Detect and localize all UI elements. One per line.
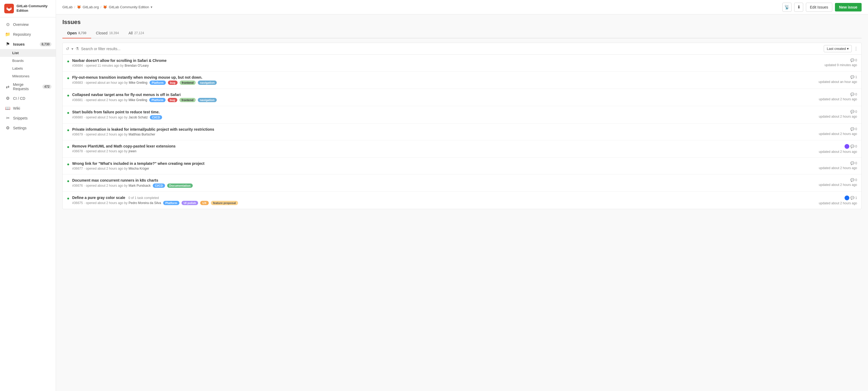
label-platform[interactable]: Platform [163,201,179,205]
label-cicd[interactable]: CI/CD [153,183,165,188]
label-frontend[interactable]: frontend [180,81,196,85]
issue-open-icon: ● [67,93,69,98]
sidebar-sub-item-list[interactable]: List [0,49,56,57]
table-row[interactable]: ● Fly-out-menus transition instantly whe… [63,71,861,89]
issue-title[interactable]: Collapsed navbar target area for fly-out… [72,93,796,97]
edit-issues-button[interactable]: Edit Issues [806,3,832,12]
issue-author[interactable]: Jacob Schatz [128,116,148,119]
topbar-actions: 📡 ⬇ Edit Issues New issue [782,3,862,12]
issue-author[interactable]: Matthias Burtscher [128,132,155,136]
tab-closed[interactable]: Closed 18,394 [91,28,124,38]
sidebar-sub-item-labels[interactable]: Labels [0,64,56,72]
issue-opened: opened about 2 hours ago by [86,116,127,119]
issue-title[interactable]: Start builds from failure point to reduc… [72,110,796,114]
download-button[interactable]: ⬇ [794,3,803,12]
breadcrumb-gitlab[interactable]: GitLab [62,5,72,9]
breadcrumb-dropdown-icon[interactable]: ▾ [151,5,153,9]
filter-bar: ↺ ▾ ⚗ Last created ▾ ⋮ [62,43,862,55]
issue-title[interactable]: Remove PlantUML and Math copy-pasted lex… [72,144,796,148]
comment-icon: 💬 [850,58,855,62]
issue-author[interactable]: Mark Pundsack [128,184,151,187]
more-options-icon[interactable]: ⋮ [854,46,858,51]
label-ux[interactable]: UX [200,201,209,205]
label-feature-proposal[interactable]: feature proposal [211,201,238,205]
tabs: Open 8,730 Closed 18,394 All 27,124 [62,28,862,38]
issue-author[interactable]: Pedro Moreira da Silva [128,201,161,205]
sort-button[interactable]: Last created ▾ [824,45,852,52]
issue-opened: opened about an hour ago by [86,81,128,85]
table-row[interactable]: ● Collapsed navbar target area for fly-o… [63,89,861,106]
table-row[interactable]: ● Private information is leaked for inte… [63,123,861,140]
sidebar-item-label: Issues [13,42,25,47]
sidebar-item-cicd[interactable]: ⚙ CI / CD [0,93,56,103]
comment-icon: 💬 [850,145,855,148]
label-navigation[interactable]: navigation [198,98,217,102]
label-platform[interactable]: Platform [150,81,166,85]
issue-number: #36679 [72,132,83,136]
sidebar-item-label: CI / CD [13,96,25,100]
filter-icon[interactable]: ⚗ [75,47,79,51]
sidebar-item-settings[interactable]: ⚙ Settings [0,123,56,133]
tab-open[interactable]: Open 8,730 [62,28,91,38]
search-input[interactable] [81,47,822,51]
issue-opened: opened about 2 hours ago by [86,132,127,136]
issue-updated: updated 9 minutes ago [825,63,857,67]
comment-icon: 💬 [850,161,855,165]
table-row[interactable]: ● Define a pure gray color scale 0 of 1 … [63,192,861,209]
sidebar-item-repository[interactable]: 📁 Repository [0,29,56,39]
label-cicd[interactable]: CI/CD [150,115,162,119]
issue-author[interactable]: Mike Greiling [128,98,147,102]
issue-title[interactable]: Document max concurrent runners in k8s c… [72,178,796,182]
comment-count: 0 [855,58,857,62]
label-platform[interactable]: Platform [149,98,165,102]
table-row[interactable]: ● Wrong link for "What's included in a t… [63,158,861,174]
label-frontend[interactable]: frontend [179,98,196,102]
issue-title[interactable]: Fly-out-menus transition instantly when … [72,75,796,80]
comment-icon: 💬 [850,110,855,114]
sidebar-sub-item-boards[interactable]: Boards [0,57,56,64]
label-navigation[interactable]: navigation [198,81,217,85]
issue-right: 💬 1 updated about 2 hours ago [799,196,857,205]
merge-requests-icon: ⇄ [5,84,10,89]
sidebar-item-wiki[interactable]: 📖 Wiki [0,103,56,113]
table-row[interactable]: ● Start builds from failure point to red… [63,106,861,123]
issues-badge: 8,730 [40,42,52,47]
breadcrumb-gitlabdotorg[interactable]: GitLab.org [83,5,99,9]
snippets-icon: ✂ [5,116,10,121]
issue-updated: updated about 2 hours ago [819,166,857,170]
sort-chevron-icon: ▾ [847,47,849,51]
table-row[interactable]: ● Document max concurrent runners in k8s… [63,174,861,192]
issue-author[interactable]: Mischa Krüger [128,167,149,171]
sidebar-item-merge-requests[interactable]: ⇄ Merge Requests 472 [0,80,56,93]
task-progress: 0 of 1 task completed [128,196,159,200]
sidebar-item-issues[interactable]: ⚑ Issues 8,730 [0,39,56,49]
issue-author[interactable]: Brendan O'Leary [125,64,149,67]
table-row[interactable]: ● Navbar doesn't allow for scrolling in … [63,55,861,71]
label-bug[interactable]: bug [168,81,178,85]
issue-title[interactable]: Define a pure gray color scale 0 of 1 ta… [72,196,796,200]
rss-button[interactable]: 📡 [782,3,792,12]
sidebar: GitLab Community Edition ⊙ Overview 📁 Re… [0,0,56,391]
table-row[interactable]: ● Remove PlantUML and Math copy-pasted l… [63,140,861,158]
issue-title[interactable]: Navbar doesn't allow for scrolling in Sa… [72,58,796,63]
sidebar-item-overview[interactable]: ⊙ Overview [0,20,56,29]
issue-meta: #36675 · opened about 2 hours ago by Ped… [72,201,796,205]
issue-author[interactable]: Mike Greiling [129,81,148,85]
label-ui-polish[interactable]: UI polish [182,201,198,205]
history-icon[interactable]: ↺ [66,47,69,51]
gitlab-logo [4,4,14,13]
label-bug[interactable]: bug [168,98,177,102]
breadcrumb-logo-icon2: 🦊 [103,5,107,9]
sidebar-item-snippets[interactable]: ✂ Snippets [0,113,56,123]
label-documentation[interactable]: Documentation [167,183,193,188]
tab-all[interactable]: All 27,124 [124,28,149,38]
breadcrumb-community-edition[interactable]: GitLab Community Edition [109,5,149,9]
issue-title[interactable]: Wrong link for "What's included in a tem… [72,161,796,166]
issue-comments: 💬 1 [850,196,857,200]
sidebar-sub-item-milestones[interactable]: Milestones [0,72,56,80]
issue-title[interactable]: Private information is leaked for intern… [72,127,796,131]
sidebar-item-label: Overview [13,22,29,27]
issue-author[interactable]: jneen [128,149,136,153]
chevron-icon[interactable]: ▾ [71,47,73,51]
new-issue-button[interactable]: New issue [835,3,862,11]
